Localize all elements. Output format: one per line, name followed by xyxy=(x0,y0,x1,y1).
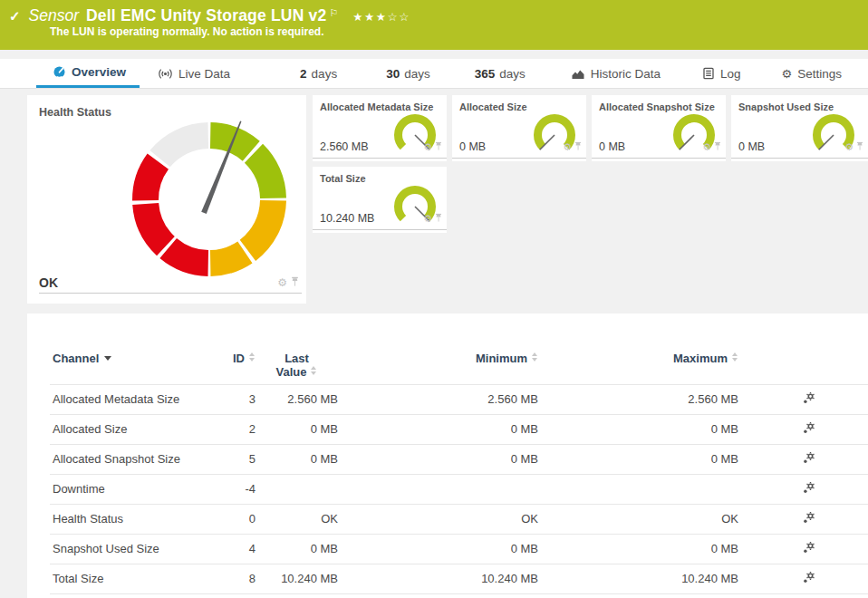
last-value: 2.560 MB xyxy=(256,384,338,414)
pin-icon[interactable] xyxy=(435,210,442,227)
panel-divider xyxy=(731,158,868,159)
table-row: Allocated Metadata Size 3 2.560 MB 2.560… xyxy=(50,384,868,414)
channel-settings-icon[interactable] xyxy=(803,571,816,586)
panel-divider xyxy=(39,293,302,294)
panel-title: Total Size xyxy=(320,173,366,184)
table-row: Allocated Size 2 0 MB 0 MB 0 MB xyxy=(50,414,868,444)
priority-flag-icon[interactable]: ⚐ xyxy=(329,7,338,19)
column-label: Last Value xyxy=(276,352,309,379)
last-value: 10.240 MB xyxy=(256,564,338,593)
panel-settings-gear-icon[interactable]: ⚙ xyxy=(423,142,432,152)
gauge-panel-snapshot-used-size: Snapshot Used Size 0 MB ⚙ xyxy=(731,95,868,161)
broadcast-icon xyxy=(158,68,173,80)
maximum-value: 0 MB xyxy=(538,444,738,474)
channel-name: Snapshot Used Size xyxy=(50,534,216,564)
column-header-maximum[interactable]: Maximum xyxy=(538,337,738,384)
tab-label: Live Data xyxy=(178,67,230,81)
channel-id: 2 xyxy=(216,414,256,444)
channel-settings-icon[interactable] xyxy=(803,541,816,556)
gauge-value: 0 MB xyxy=(599,140,625,153)
health-status-panel: Health Status OK ⚙ xyxy=(27,95,306,304)
sensor-status-message: The LUN is operating normally. No action… xyxy=(50,25,868,38)
panel-settings-gear-icon[interactable]: ⚙ xyxy=(423,214,432,224)
priority-stars[interactable]: ★★★☆☆ xyxy=(352,10,410,24)
tab-overview[interactable]: Overview xyxy=(36,59,140,88)
pin-icon[interactable] xyxy=(435,139,442,155)
table-row: Total Size 8 10.240 MB 10.240 MB 10.240 … xyxy=(50,564,868,593)
gauge-value: 0 MB xyxy=(738,140,765,153)
channel-id: 8 xyxy=(216,564,256,593)
last-value: OK xyxy=(256,504,338,534)
tab-historic-data[interactable]: Historic Data xyxy=(571,59,661,88)
object-kind-label: Sensor xyxy=(29,6,79,25)
column-label: Channel xyxy=(53,352,99,365)
sort-icon xyxy=(732,352,738,362)
column-header-minimum[interactable]: Minimum xyxy=(338,337,538,384)
channel-table: Channel ID Last Value Minimum Maximum xyxy=(50,337,868,594)
sort-icon xyxy=(311,366,317,375)
channel-id: 5 xyxy=(216,444,256,474)
channel-id: 3 xyxy=(216,384,256,414)
health-status-value: OK xyxy=(39,275,58,290)
table-row: Downtime -4 xyxy=(50,474,868,504)
gauge-panel-allocated-metadata-size: Allocated Metadata Size 2.560 MB ⚙ xyxy=(313,95,447,161)
channel-id: -4 xyxy=(216,474,256,504)
table-header-row: Channel ID Last Value Minimum Maximum xyxy=(50,337,868,384)
channel-name: Downtime xyxy=(50,474,216,504)
last-value: 0 MB xyxy=(256,444,338,474)
tab-365-days[interactable]: 365 days xyxy=(475,59,526,88)
pin-icon[interactable] xyxy=(714,139,721,155)
table-row: Snapshot Used Size 4 0 MB 0 MB 0 MB xyxy=(50,534,868,564)
column-header-channel[interactable]: Channel xyxy=(50,337,216,384)
column-label: ID xyxy=(233,352,245,365)
channel-settings-icon[interactable] xyxy=(803,481,816,497)
tab-number: 30 xyxy=(386,67,400,81)
pin-icon[interactable] xyxy=(856,139,863,155)
tab-settings[interactable]: ⚙ Settings xyxy=(782,59,842,88)
channel-table-panel: Channel ID Last Value Minimum Maximum xyxy=(27,313,868,598)
panel-divider xyxy=(592,158,726,159)
pin-icon[interactable] xyxy=(574,139,582,155)
column-header-actions xyxy=(738,337,868,384)
panel-settings-gear-icon[interactable]: ⚙ xyxy=(844,142,854,152)
maximum-value xyxy=(538,474,738,504)
column-label: Minimum xyxy=(476,352,527,365)
pin-icon[interactable] xyxy=(291,275,299,291)
channel-name: Allocated Size xyxy=(50,414,216,444)
table-row: Allocated Snapshot Size 5 0 MB 0 MB 0 MB xyxy=(50,444,868,474)
gauge-panel-allocated-size: Allocated Size 0 MB ⚙ xyxy=(452,95,586,161)
tab-label: Log xyxy=(720,67,741,81)
status-check-icon: ✓ xyxy=(9,8,21,24)
area-chart-icon xyxy=(571,68,585,80)
tab-log[interactable]: Log xyxy=(702,59,741,88)
minimum-value: 10.240 MB xyxy=(338,564,538,593)
panel-title: Allocated Size xyxy=(459,101,527,112)
gauge-value: 2.560 MB xyxy=(320,140,369,153)
channel-name: Total Size xyxy=(50,564,216,593)
panel-settings-gear-icon[interactable]: ⚙ xyxy=(277,277,287,288)
tab-label: days xyxy=(499,67,526,81)
channel-settings-icon[interactable] xyxy=(803,511,816,526)
gauge-panel-total-size: Total Size 10.240 MB ⚙ xyxy=(313,167,447,233)
column-header-id[interactable]: ID xyxy=(216,337,256,384)
column-header-last-value[interactable]: Last Value xyxy=(256,337,338,384)
channel-id: 4 xyxy=(216,534,256,564)
panel-divider xyxy=(313,229,447,230)
channel-settings-icon[interactable] xyxy=(803,391,816,407)
maximum-value: 0 MB xyxy=(538,534,738,564)
tab-live-data[interactable]: Live Data xyxy=(158,59,230,88)
tab-label: Historic Data xyxy=(591,67,661,81)
tab-label: days xyxy=(312,67,338,81)
tab-30-days[interactable]: 30 days xyxy=(386,59,430,88)
sensor-status-banner: ✓ Sensor Dell EMC Unity Storage LUN v2 ⚐… xyxy=(0,0,868,50)
maximum-value: 2.560 MB xyxy=(538,384,738,414)
tab-2-days[interactable]: 2 days xyxy=(300,59,337,88)
panel-settings-gear-icon[interactable]: ⚙ xyxy=(563,142,572,152)
maximum-value: 10.240 MB xyxy=(538,564,738,593)
channel-name: Allocated Metadata Size xyxy=(50,384,216,414)
channel-settings-icon[interactable] xyxy=(803,421,816,437)
gauge-value: 10.240 MB xyxy=(320,212,374,225)
panel-settings-gear-icon[interactable]: ⚙ xyxy=(702,142,711,152)
channel-settings-icon[interactable] xyxy=(803,451,816,467)
sort-icon xyxy=(249,352,256,362)
